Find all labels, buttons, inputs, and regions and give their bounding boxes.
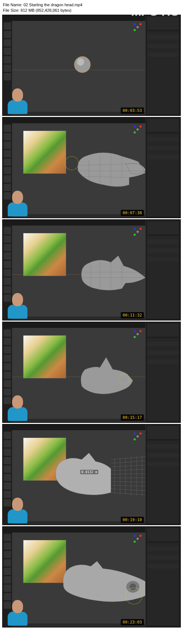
file-name-label: File Name: xyxy=(3,3,22,7)
tool-icon xyxy=(4,576,11,583)
tool-icon xyxy=(4,568,11,575)
presenter-webcam xyxy=(8,498,27,523)
nav-gizmo xyxy=(133,22,142,32)
mesh-dragon-head xyxy=(76,353,138,400)
tool-icon xyxy=(4,355,11,362)
app-menubar xyxy=(3,322,145,328)
app-menubar xyxy=(3,527,145,533)
mesh-dragon-head xyxy=(74,145,147,193)
nav-gizmo xyxy=(133,125,142,134)
3d-viewport xyxy=(12,21,145,112)
tool-icon xyxy=(4,150,11,157)
tool-icon xyxy=(4,329,11,337)
tool-icon xyxy=(4,56,11,63)
nav-gizmo xyxy=(133,329,142,339)
file-size-label: File Size: xyxy=(3,8,19,12)
reference-image xyxy=(23,233,66,276)
properties-panel xyxy=(145,15,180,116)
tool-icon xyxy=(4,73,11,80)
timecode-label: 00:19:10 xyxy=(121,517,144,523)
file-name-line: File Name: 02 Starting the dragon head.m… xyxy=(3,2,180,8)
presenter-webcam xyxy=(8,600,27,626)
presenter-webcam xyxy=(8,293,27,319)
nav-gizmo xyxy=(133,534,142,544)
thumbnail-frame[interactable]: 0.0132 m 00:19:10 xyxy=(2,424,181,525)
tool-icon xyxy=(4,286,11,293)
properties-panel xyxy=(145,424,180,525)
timecode-label: 00:07:38 xyxy=(121,210,144,216)
3d-viewport: 0.0132 m xyxy=(12,430,145,521)
thumbnail-frame[interactable]: 00:11:32 xyxy=(2,219,181,321)
tool-icon xyxy=(4,125,11,132)
thumbnail-grid: 00:03:53 00:07:38 xyxy=(0,27,183,630)
tool-icon xyxy=(4,534,11,541)
tool-icon xyxy=(4,158,11,166)
tool-icon xyxy=(4,457,11,464)
svg-point-1 xyxy=(77,58,84,66)
reference-image xyxy=(23,335,66,378)
tool-icon xyxy=(4,261,11,268)
tool-icon xyxy=(4,551,11,558)
3d-viewport xyxy=(12,533,145,623)
tool-icon xyxy=(4,48,11,55)
mesh-sphere xyxy=(73,55,92,74)
timecode-label: 00:11:32 xyxy=(121,312,144,318)
tool-icon xyxy=(4,269,11,277)
thumbnail-frame[interactable]: 00:23:03 xyxy=(2,526,181,627)
properties-panel xyxy=(145,527,180,627)
app-menubar xyxy=(3,424,145,430)
tool-icon xyxy=(4,235,11,243)
tool-icon xyxy=(4,346,11,354)
timecode-label: 00:23:03 xyxy=(121,619,144,625)
app-menubar xyxy=(3,15,145,21)
file-name-value: 02 Starting the dragon head.mp4 xyxy=(23,3,82,7)
thumbnail-frame[interactable]: 00:07:38 xyxy=(2,117,181,218)
3d-viewport xyxy=(12,226,145,316)
tool-icon xyxy=(4,227,11,234)
timecode-label: 00:03:53 xyxy=(121,107,144,114)
properties-panel xyxy=(145,117,180,218)
3d-viewport xyxy=(12,328,145,419)
file-size-line: File Size: 812 MB (852,428,061 bytes) xyxy=(3,8,180,13)
tool-icon xyxy=(4,31,11,38)
tool-icon xyxy=(4,372,11,379)
tool-icon xyxy=(4,380,11,387)
tool-icon xyxy=(4,474,11,481)
tool-icon xyxy=(4,39,11,47)
presenter-webcam xyxy=(8,88,27,114)
tool-icon xyxy=(4,167,11,174)
properties-panel xyxy=(145,220,180,320)
tool-icon xyxy=(4,142,11,149)
thumbnail-frame[interactable]: 00:15:17 xyxy=(2,322,181,423)
tool-icon xyxy=(4,338,11,345)
file-size-value: 812 MB (852,428,061 bytes) xyxy=(20,8,71,12)
tool-icon xyxy=(4,22,11,30)
app-menubar xyxy=(3,220,145,226)
tool-icon xyxy=(4,585,11,592)
cursor-circle xyxy=(126,588,142,604)
tool-icon xyxy=(4,184,11,191)
presenter-webcam xyxy=(8,395,27,421)
tool-icon xyxy=(4,482,11,490)
reference-image xyxy=(23,131,66,174)
tool-icon xyxy=(4,449,11,456)
tool-icon xyxy=(4,388,11,396)
tool-icon xyxy=(4,432,11,439)
mesh-dragon-head xyxy=(52,449,155,507)
tool-icon xyxy=(4,440,11,447)
3d-viewport xyxy=(12,123,145,214)
app-menubar xyxy=(3,117,145,123)
mesh-dragon-head xyxy=(78,252,147,296)
thumbnail-frame[interactable]: 00:03:53 xyxy=(2,15,181,116)
tool-icon xyxy=(4,465,11,473)
tool-icon xyxy=(4,244,11,251)
tool-icon xyxy=(4,491,11,498)
tool-icon xyxy=(4,278,11,285)
tool-icon xyxy=(4,252,11,260)
tool-icon xyxy=(4,175,11,183)
tool-icon xyxy=(4,542,11,550)
presenter-webcam xyxy=(8,191,27,216)
tool-icon xyxy=(4,559,11,567)
nav-gizmo xyxy=(133,227,142,237)
tool-icon xyxy=(4,133,11,140)
